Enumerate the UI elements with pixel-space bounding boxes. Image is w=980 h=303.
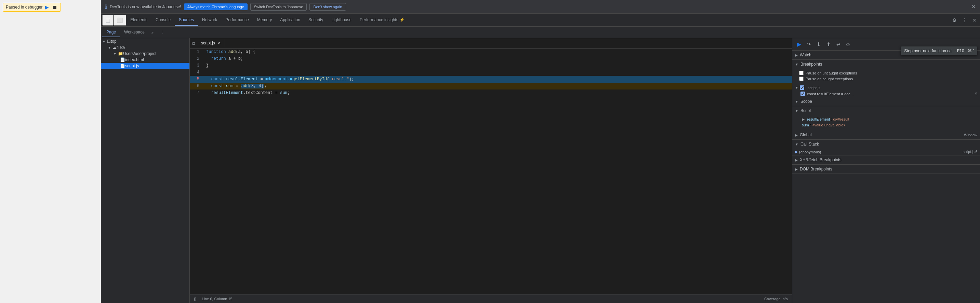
script-scope-body: ▶ resultElement : div#result sum : <valu…: [792, 115, 980, 130]
tree-item-index-html[interactable]: 📄 index.html: [101, 57, 189, 63]
script-bp-header[interactable]: ▼ script.js: [792, 84, 980, 91]
tab-memory[interactable]: Memory: [253, 15, 276, 25]
script-bp-arrow-icon: ▼: [795, 86, 799, 89]
tree-item-top[interactable]: ▼ ☐ top: [101, 38, 189, 44]
resume-execution-button[interactable]: ▶: [795, 40, 803, 49]
script-bp-line-num: 5: [975, 92, 977, 96]
deactivate-breakpoints-button[interactable]: ⊘: [844, 40, 852, 49]
line-code-3: }: [204, 62, 792, 69]
line-code-1: function add(a, b) {: [204, 49, 792, 56]
scope-item-arrow-icon: ▶: [802, 117, 806, 121]
sub-tab-page[interactable]: Page: [102, 28, 120, 37]
call-stack-label: Call Stack: [800, 142, 819, 146]
file-tab-script-js[interactable]: script.js ✕: [197, 39, 225, 48]
script-bp-item: const resultElement = doc… 5: [792, 91, 980, 97]
step-out-button[interactable]: ⬆: [824, 40, 833, 49]
notification-close-icon[interactable]: ✕: [972, 3, 976, 10]
global-scope-header[interactable]: ▶ Global Window: [792, 130, 980, 140]
scope-label: Scope: [800, 99, 812, 104]
callstack-file-label: script.js:6: [963, 150, 977, 154]
tree-top-label: top: [111, 39, 116, 44]
tab-elements[interactable]: Elements: [126, 15, 151, 25]
line-num-2[interactable]: 2: [190, 56, 204, 62]
file-tab-bar: ⧉ script.js ✕: [190, 38, 792, 49]
device-toolbar-button[interactable]: ⬜: [113, 15, 126, 25]
callstack-fn-label: (anonymous): [799, 150, 821, 154]
script-bp-line-checkbox[interactable]: [800, 92, 805, 96]
dont-show-button[interactable]: Don't show again: [309, 3, 346, 11]
devtools-panel: ℹ DevTools is now available in Japanese!…: [101, 0, 980, 303]
tab-performance-insights[interactable]: Performance insights ⚡: [356, 15, 409, 25]
call-stack-header[interactable]: ▼ Call Stack: [792, 140, 980, 149]
file-tab-label: script.js: [201, 41, 215, 46]
script-scope-header[interactable]: ▼ Script: [792, 106, 980, 115]
close-devtools-button[interactable]: ✕: [970, 16, 978, 24]
line-num-1[interactable]: 1: [190, 49, 204, 56]
scope-val-result: div#result: [833, 117, 850, 121]
tab-sources[interactable]: Sources: [175, 15, 198, 25]
sub-tab-workspace[interactable]: Workspace: [120, 28, 149, 37]
tooltip-text: Step over next function call - F10 - ⌘ ': [904, 49, 974, 53]
step-over-button[interactable]: ↷: [805, 40, 813, 49]
line-num-5[interactable]: 5: [190, 76, 204, 82]
switch-language-button[interactable]: Switch DevTools to Japanese: [250, 3, 307, 11]
scope-arrow-icon: ▼: [795, 100, 799, 103]
sources-more-button[interactable]: »: [149, 29, 156, 36]
resume-button[interactable]: ▶: [45, 5, 49, 10]
split-editor-button[interactable]: ⧉: [190, 39, 197, 48]
step-into-button[interactable]: ⬇: [815, 40, 823, 49]
tab-network[interactable]: Network: [198, 15, 221, 25]
coverage-status: Coverage: n/a: [764, 297, 788, 301]
tree-item-script-js[interactable]: 📄 script.js: [101, 63, 189, 69]
bp-pause-caught-checkbox[interactable]: [799, 76, 803, 81]
main-tabs-bar: ⬚ ⬜ Elements Console Sources Network Per…: [101, 14, 980, 27]
callstack-arrow-icon: ▶: [795, 150, 798, 154]
line-num-7[interactable]: 7: [190, 89, 204, 96]
breakpoints-section-header[interactable]: ▼ Breakpoints: [792, 60, 980, 69]
tree-item-file-root[interactable]: ▼ ☁ file://: [101, 44, 189, 51]
bp-pause-caught-label: Pause on caught exceptions: [806, 77, 853, 81]
notification-text: DevTools is now available in Japanese!: [110, 5, 181, 9]
bp-pause-uncaught-checkbox[interactable]: [799, 71, 803, 75]
line-num-6[interactable]: 6: [190, 82, 204, 89]
file-tree-panel: ▼ ☐ top ▼ ☁ file:// ▼ 📁 Users/user/proje…: [101, 38, 190, 303]
scope-item-sum: sum : <value unavailable>: [799, 122, 977, 128]
stop-button[interactable]: ⏹: [52, 5, 58, 10]
sources-options-button[interactable]: ⋮: [158, 29, 167, 36]
right-panel: ▶ ↷ ⬇ ⬆ ↩ ⊘ Step over next function call…: [792, 38, 980, 303]
file-format-icon[interactable]: {}: [194, 297, 196, 301]
xhr-breakpoints-header[interactable]: ▶ XHR/fetch Breakpoints: [792, 155, 980, 164]
tab-security[interactable]: Security: [304, 15, 327, 25]
tab-performance[interactable]: Performance: [221, 15, 253, 25]
script-bp-checkbox[interactable]: [800, 86, 804, 90]
more-tools-button[interactable]: ⋮: [960, 16, 969, 24]
tree-html-file-icon: 📄: [120, 57, 125, 62]
line-code-5: const resultElement = ■document.■getElem…: [204, 76, 792, 82]
scope-item-result-element: ▶ resultElement : div#result: [799, 116, 977, 122]
watch-arrow-icon: ▶: [795, 53, 798, 57]
inspect-element-button[interactable]: ⬚: [102, 15, 113, 25]
bp-pause-caught: Pause on caught exceptions: [799, 76, 977, 82]
tree-item-project[interactable]: ▼ 📁 Users/user/project: [101, 51, 189, 57]
scope-section-header[interactable]: ▼ Scope: [792, 97, 980, 106]
call-stack-arrow-icon: ▼: [795, 143, 799, 146]
tab-lighthouse[interactable]: Lighthouse: [327, 15, 356, 25]
line-num-3[interactable]: 3: [190, 62, 204, 69]
tab-application[interactable]: Application: [276, 15, 304, 25]
settings-button[interactable]: ⚙: [950, 16, 959, 24]
bp-pause-uncaught: Pause on uncaught exceptions: [799, 70, 977, 76]
dom-breakpoints-header[interactable]: ▶ DOM Breakpoints: [792, 165, 980, 173]
step-button[interactable]: ↩: [834, 40, 843, 49]
file-tab-close-icon[interactable]: ✕: [218, 41, 221, 45]
always-match-button[interactable]: Always match Chrome's language: [184, 3, 248, 10]
xhr-arrow-icon: ▶: [795, 158, 798, 162]
tab-console[interactable]: Console: [151, 15, 175, 25]
code-editor[interactable]: 1 function add(a, b) { 2 return a + b; 3…: [190, 49, 792, 294]
breakpoints-label: Breakpoints: [800, 62, 822, 67]
code-line-2: 2 return a + b;: [190, 56, 792, 62]
call-stack-section: ▼ Call Stack ▶ (anonymous) script.js:6: [792, 140, 980, 155]
tree-index-html-label: index.html: [125, 57, 144, 62]
code-line-6: 6 const sum = add(3, 4);: [190, 82, 792, 89]
line-num-4[interactable]: 4: [190, 69, 204, 76]
info-icon: ℹ: [105, 3, 107, 10]
